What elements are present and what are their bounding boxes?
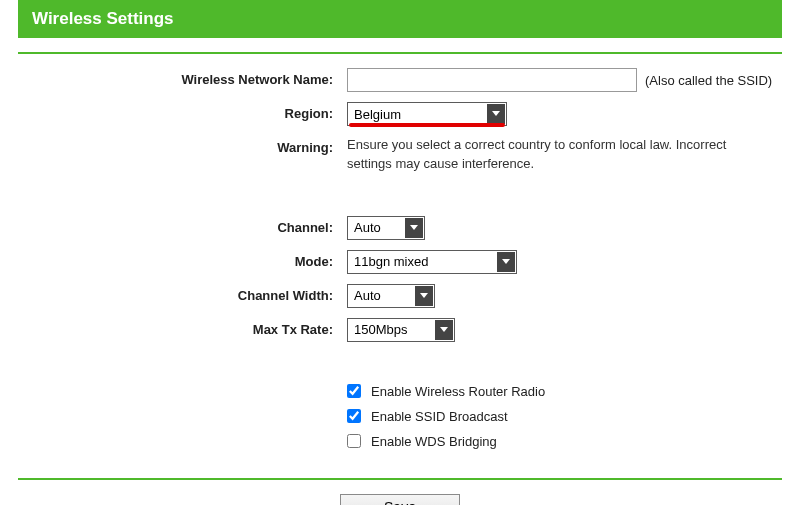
region-label: Region: [18, 102, 333, 121]
region-select[interactable]: Belgium [347, 102, 507, 126]
save-button[interactable]: Save [340, 494, 460, 505]
ssid-input[interactable] [347, 68, 637, 92]
enable-ssid-broadcast-checkbox[interactable] [347, 409, 361, 423]
mode-select[interactable]: 11bgn mixed [347, 250, 517, 274]
page-title: Wireless Settings [18, 0, 782, 38]
divider-bottom [18, 478, 782, 480]
enable-radio-label: Enable Wireless Router Radio [371, 384, 545, 399]
max-tx-rate-select[interactable]: 150Mbps [347, 318, 455, 342]
enable-ssid-broadcast-label: Enable SSID Broadcast [371, 409, 508, 424]
channel-width-label: Channel Width: [18, 284, 333, 303]
ssid-label: Wireless Network Name: [18, 68, 333, 87]
settings-form: Wireless Network Name: (Also called the … [18, 68, 782, 475]
enable-radio-checkbox[interactable] [347, 384, 361, 398]
warning-label: Warning: [18, 136, 333, 155]
channel-label: Channel: [18, 216, 333, 235]
enable-wds-label: Enable WDS Bridging [371, 434, 497, 449]
ssid-hint: (Also called the SSID) [645, 73, 772, 88]
channel-select[interactable]: Auto [347, 216, 425, 240]
warning-text: Ensure you select a correct country to c… [347, 136, 747, 174]
enable-wds-checkbox[interactable] [347, 434, 361, 448]
max-tx-rate-label: Max Tx Rate: [18, 318, 333, 337]
divider-top [18, 52, 782, 54]
mode-label: Mode: [18, 250, 333, 269]
channel-width-select[interactable]: Auto [347, 284, 435, 308]
